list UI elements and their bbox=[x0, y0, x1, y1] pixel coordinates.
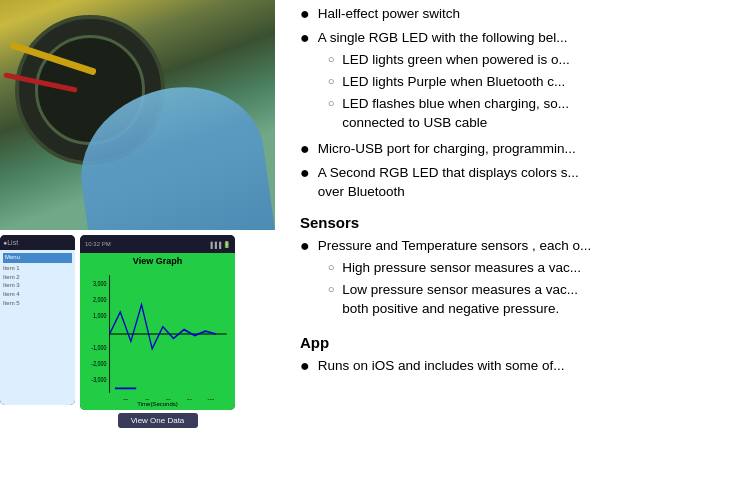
bullet-icon: ● bbox=[300, 162, 310, 184]
sensors-list: ● Pressure and Temperature sensors , eac… bbox=[300, 237, 735, 322]
list-item: ● Runs on iOS and includes with some of.… bbox=[300, 357, 735, 377]
phone-right-container: 10:32 PM ▐▐▐ 🔋 View Graph 3,000 2, bbox=[80, 235, 235, 431]
sub-list: ○ High pressure sensor measures a vac...… bbox=[328, 259, 735, 319]
view-data-button[interactable]: View One Data bbox=[118, 413, 198, 428]
phone-images: ●List Menu Item 1 Item 2 Item 3 Item 4 I… bbox=[0, 230, 290, 436]
graph-title: View Graph bbox=[133, 256, 182, 266]
item-text: Runs on iOS and includes with some of... bbox=[318, 357, 735, 376]
graph-canvas: 3,000 2,000 1,000 -1,000 -2,000 -3,000 2… bbox=[83, 268, 232, 400]
bullet-icon: ● bbox=[300, 3, 310, 25]
sub-list-item: ○ High pressure sensor measures a vac... bbox=[328, 259, 735, 278]
svg-text:2,000: 2,000 bbox=[93, 295, 107, 303]
bullet-icon: ● bbox=[300, 355, 310, 377]
sub-list-item: ○ LED lights Purple when Bluetooth c... bbox=[328, 73, 735, 92]
sub-list-item: ○ LED flashes blue when charging, so...c… bbox=[328, 95, 735, 133]
app-heading: App bbox=[300, 334, 735, 351]
sub-list-item: ○ LED lights green when powered is o... bbox=[328, 51, 735, 70]
sub-list-item: ○ Low pressure sensor measures a vac...b… bbox=[328, 281, 735, 319]
item-text: Hall-effect power switch bbox=[318, 5, 735, 24]
item-text: A Second RGB LED that displays colors s.… bbox=[318, 164, 735, 202]
sub-item-text: Low pressure sensor measures a vac...bot… bbox=[342, 281, 578, 319]
svg-text:-1,000: -1,000 bbox=[91, 343, 106, 351]
app-list: ● Runs on iOS and includes with some of.… bbox=[300, 357, 735, 377]
left-panel: ●List Menu Item 1 Item 2 Item 3 Item 4 I… bbox=[0, 0, 290, 500]
svg-text:100: 100 bbox=[207, 397, 214, 400]
svg-text:40: 40 bbox=[144, 397, 149, 400]
svg-text:-2,000: -2,000 bbox=[91, 359, 106, 367]
bullet-icon: ● bbox=[300, 235, 310, 257]
bullet-icon: ● bbox=[300, 138, 310, 160]
list-item: ● Pressure and Temperature sensors , eac… bbox=[300, 237, 735, 322]
sub-bullet-icon: ○ bbox=[328, 74, 335, 89]
bullet-icon: ● bbox=[300, 27, 310, 49]
item-text: Pressure and Temperature sensors , each … bbox=[318, 237, 735, 322]
list-item: ● Hall-effect power switch bbox=[300, 5, 735, 25]
sub-bullet-icon: ○ bbox=[328, 52, 335, 67]
sensors-heading: Sensors bbox=[300, 214, 735, 231]
sub-bullet-icon: ○ bbox=[328, 96, 335, 111]
list-item: ● A Second RGB LED that displays colors … bbox=[300, 164, 735, 202]
sub-bullet-icon: ○ bbox=[328, 282, 335, 297]
svg-text:1,000: 1,000 bbox=[93, 311, 107, 319]
svg-text:80: 80 bbox=[187, 397, 192, 400]
item-text: Micro-USB port for charging, programmin.… bbox=[318, 140, 735, 159]
sub-item-text: High pressure sensor measures a vac... bbox=[342, 259, 581, 278]
sub-bullet-icon: ○ bbox=[328, 260, 335, 275]
phone-right: 10:32 PM ▐▐▐ 🔋 View Graph 3,000 2, bbox=[80, 235, 235, 410]
svg-text:20: 20 bbox=[123, 397, 128, 400]
svg-text:3,000: 3,000 bbox=[93, 279, 107, 287]
sub-item-text: LED lights green when powered is o... bbox=[342, 51, 569, 70]
right-panel: ● Hall-effect power switch ● A single RG… bbox=[290, 0, 750, 500]
svg-text:-3,000: -3,000 bbox=[91, 376, 106, 384]
sub-item-text: LED flashes blue when charging, so...con… bbox=[342, 95, 569, 133]
item-text: A single RGB LED with the following bel.… bbox=[318, 29, 735, 135]
svg-text:60: 60 bbox=[166, 397, 171, 400]
sub-item-text: LED lights Purple when Bluetooth c... bbox=[342, 73, 565, 92]
list-item: ● A single RGB LED with the following be… bbox=[300, 29, 735, 135]
phone-left: ●List Menu Item 1 Item 2 Item 3 Item 4 I… bbox=[0, 235, 75, 405]
sub-list: ○ LED lights green when powered is o... … bbox=[328, 51, 735, 133]
circuit-board-image bbox=[0, 0, 275, 230]
list-item: ● Micro-USB port for charging, programmi… bbox=[300, 140, 735, 160]
features-list: ● Hall-effect power switch ● A single RG… bbox=[300, 5, 735, 202]
